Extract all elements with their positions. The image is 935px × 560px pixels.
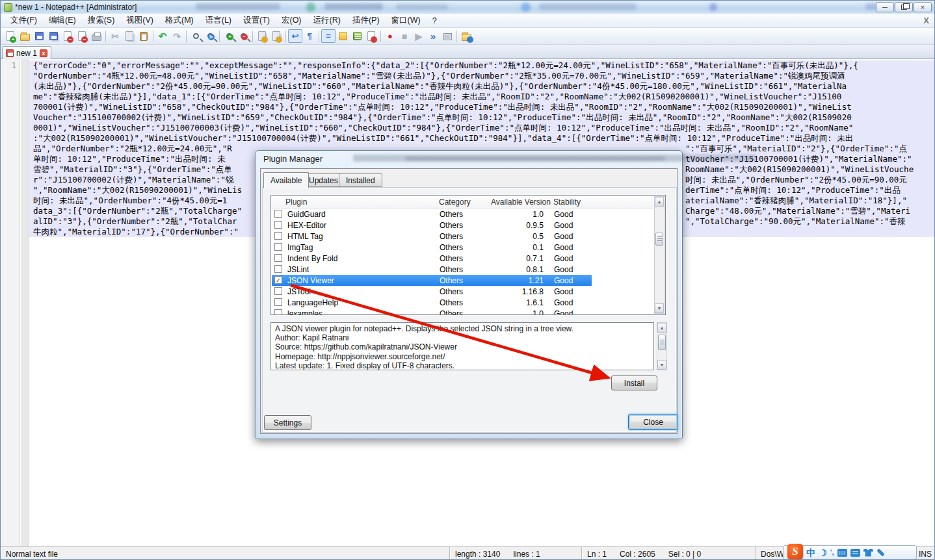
skin-icon[interactable]	[863, 549, 873, 557]
copy-icon[interactable]	[122, 29, 137, 43]
menu-file[interactable]: 文件(F)	[5, 13, 43, 28]
user-defined-language-icon[interactable]	[336, 29, 350, 43]
description-line: Author: Kapil Ratnani	[275, 333, 650, 342]
menu-language[interactable]: 语言(L)	[200, 13, 237, 28]
half-moon-icon[interactable]: ☽	[819, 548, 827, 557]
plugin-checkbox[interactable]	[274, 210, 282, 218]
scroll-down-icon[interactable]: ▼	[657, 360, 666, 370]
word-wrap-icon[interactable]: ↩	[288, 29, 302, 43]
save-all-icon[interactable]	[46, 29, 60, 43]
scrollbar-thumb[interactable]	[658, 335, 666, 350]
close-dialog-button[interactable]: Close	[628, 414, 678, 430]
minimize-button[interactable]: ─	[876, 2, 894, 12]
menu-macro[interactable]: 宏(O)	[276, 13, 308, 28]
plugin-checkbox[interactable]	[274, 309, 282, 315]
scroll-down-icon[interactable]: ▼	[655, 303, 664, 313]
plugin-row[interactable]: LanguageHelp Others 1.6.1 Good	[272, 297, 592, 308]
menu-edit[interactable]: 编辑(E)	[43, 13, 82, 28]
scroll-up-icon[interactable]: ▲	[655, 197, 664, 207]
close-button[interactable]: ×	[914, 2, 932, 12]
column-header-category[interactable]: Category	[439, 197, 471, 207]
open-file-icon[interactable]	[18, 29, 32, 43]
document-map-icon[interactable]	[350, 29, 364, 43]
soft-keyboard-icon[interactable]	[837, 549, 847, 557]
function-list-icon[interactable]	[364, 29, 378, 43]
menu-search[interactable]: 搜索(S)	[82, 13, 121, 28]
scrollbar-thumb[interactable]	[655, 233, 663, 246]
plugin-list-scrollbar[interactable]: ▲ ▼	[654, 196, 665, 314]
tab-installed[interactable]: Installed	[339, 173, 382, 187]
menu-help[interactable]: ?	[427, 14, 443, 27]
plugin-checkbox[interactable]	[274, 298, 282, 306]
plugin-row[interactable]: lexamples Others 1.0 Good	[272, 308, 592, 315]
punctuation-icon[interactable]: ’,	[830, 549, 834, 556]
plugin-row[interactable]: JSLint Others 0.8.1 Good	[272, 264, 592, 275]
symbols-icon[interactable]	[850, 549, 860, 557]
undo-icon[interactable]: ↶	[155, 29, 170, 43]
column-header-available-version[interactable]: Available Version	[491, 197, 551, 207]
column-header-plugin[interactable]: Plugin	[285, 197, 307, 207]
macro-save-icon[interactable]	[440, 29, 454, 43]
menu-settings[interactable]: 设置(T)	[237, 13, 276, 28]
macro-play-icon[interactable]: ▶	[412, 29, 426, 43]
tab-available[interactable]: Available	[263, 172, 309, 188]
plugin-row[interactable]: HEX-Editor Others 0.9.5 Good	[272, 220, 592, 231]
document-tab-new1[interactable]: new 1 x	[2, 46, 51, 59]
plugin-checkbox[interactable]	[274, 243, 282, 251]
plugin-checkbox[interactable]	[274, 287, 282, 295]
plugin-row[interactable]: HTML Tag Others 0.5 Good	[272, 231, 592, 242]
plugin-row[interactable]: JSTool Others 1.16.8 Good	[272, 286, 592, 297]
menu-run[interactable]: 运行(R)	[308, 13, 347, 28]
column-header-stability[interactable]: Stability	[553, 197, 581, 207]
plugin-checkbox[interactable]	[274, 221, 282, 229]
show-indent-guide-icon[interactable]: ≡	[321, 29, 336, 43]
menu-format[interactable]: 格式(M)	[159, 13, 200, 28]
replace-icon[interactable]: b	[203, 29, 217, 43]
new-file-icon[interactable]: +	[3, 29, 18, 43]
macro-record-icon[interactable]: ●	[383, 29, 397, 43]
sync-scroll-horizontal-icon[interactable]	[269, 29, 283, 43]
folder-as-workspace-icon[interactable]	[459, 29, 473, 43]
scroll-up-icon[interactable]: ▲	[657, 323, 666, 333]
plugin-row[interactable]: Indent By Fold Others 0.7.1 Good	[272, 253, 592, 264]
close-file-icon[interactable]: −	[60, 29, 75, 43]
plugin-checkbox[interactable]	[274, 232, 282, 240]
paste-icon[interactable]	[137, 29, 151, 43]
install-button[interactable]: Install	[611, 375, 657, 390]
restore-button[interactable]	[895, 2, 913, 12]
sync-scroll-vertical-icon[interactable]	[255, 29, 269, 43]
tab-close-icon[interactable]: x	[40, 49, 47, 57]
editor-text-row: ":"百事可乐","MaterialID":"2"},{"OrderTime":…	[685, 144, 907, 154]
close-all-icon[interactable]: −	[75, 29, 89, 43]
plugin-checkbox[interactable]: ✓	[274, 276, 282, 284]
cut-icon[interactable]: ✂	[108, 29, 122, 43]
menu-window[interactable]: 窗口(W)	[386, 13, 427, 28]
background-artifact	[521, 3, 531, 12]
plugin-row-json-viewer-selected[interactable]: ✓ JSON Viewer Others 1.21 Good	[272, 275, 592, 286]
dialog-title[interactable]: Plugin Manager	[263, 154, 323, 164]
editor-text-row: 品","OrderNumber":"2瓶*12.00元=24.00元","R	[33, 144, 232, 154]
show-all-characters-icon[interactable]: ¶	[302, 29, 317, 43]
macro-run-multiple-icon[interactable]: »	[426, 29, 440, 43]
redo-icon[interactable]: ↷	[170, 29, 184, 43]
sogou-logo-icon[interactable]: S	[787, 544, 803, 559]
chinese-mode-icon[interactable]: 中	[806, 548, 815, 557]
macro-stop-icon[interactable]: ■	[397, 29, 412, 43]
description-scrollbar[interactable]: ▲ ▼	[657, 322, 667, 370]
close-document-icon[interactable]: X	[923, 16, 929, 25]
menu-plugins[interactable]: 插件(P)	[347, 13, 386, 28]
plugin-row[interactable]: ImgTag Others 0.1 Good	[272, 242, 592, 253]
plugin-checkbox[interactable]	[274, 265, 282, 273]
save-file-icon[interactable]	[32, 29, 46, 43]
editor-text-row: derTime":"点单时间: 10:12","ProduceTime":"出品	[685, 185, 901, 196]
menu-view[interactable]: 视图(V)	[120, 13, 159, 28]
find-icon[interactable]	[189, 29, 203, 43]
zoom-out-icon[interactable]: −	[236, 29, 250, 43]
zoom-in-icon[interactable]: +	[222, 29, 236, 43]
toolbox-icon[interactable]	[876, 548, 885, 557]
print-icon[interactable]	[89, 29, 103, 43]
settings-button[interactable]: Settings	[264, 415, 311, 430]
plugin-checkbox[interactable]	[274, 254, 282, 262]
plugin-version: 0.5	[486, 232, 544, 241]
plugin-row[interactable]: GuidGuard Others 1.0 Good	[272, 209, 592, 220]
